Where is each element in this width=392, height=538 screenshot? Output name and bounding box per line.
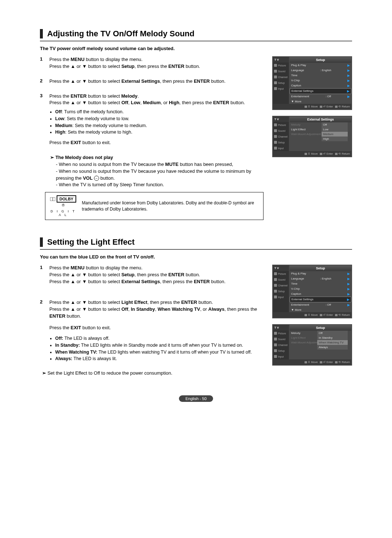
sidebar-item-sound[interactable]: Sound [273,128,289,134]
sidebar-item-setup[interactable]: Setup [273,139,289,145]
text: button to select [87,93,121,99]
osd-external-settings-menu: T V Picture Sound Channel Setup Input Ex… [272,116,352,157]
text: button. [210,78,225,84]
input-icon [274,147,277,150]
page-number: English - 50 [179,395,213,402]
melody-dropdown: Off Low Medium High [322,122,348,141]
osd-row-plugplay[interactable]: Plug & Play▶ [290,271,351,276]
sidebar-item-picture[interactable]: Picture [273,330,289,336]
text: Press the ▲ or ▼ button to select [49,78,121,84]
step-number: 2 [40,78,45,85]
dropdown-option-medium[interactable]: Medium [322,132,348,136]
dropdown-option-in-standby[interactable]: In Standby [317,335,348,340]
text: Press the [49,140,71,145]
sidebar-item-channel[interactable]: Channel [273,74,289,80]
title-underline [40,249,352,250]
sidebar-item-input[interactable]: Input [273,86,289,91]
step-number: 1 [40,56,45,70]
dolby-notice: ⎕⎕ DOLBY® D I G I T A L Manufactured und… [45,192,264,220]
osd-row-vchip[interactable]: V-Chip▶ [290,78,351,83]
text: Press the ▲ or ▼ button to select [49,100,121,105]
text: , or [161,100,169,105]
text: button to exit. [81,140,111,145]
text: - When the TV is turned off by Sleep Tim… [56,182,264,188]
section-title: Setting the Light Effect [40,237,352,247]
dropdown-option-always[interactable]: Always [317,345,348,350]
dropdown-option-low[interactable]: Low [322,127,348,132]
osd-row-entertainment[interactable]: Entertainment: Off▶ [290,302,351,307]
instructions-column: 1 Press the MENU button to display the m… [40,265,264,376]
sidebar-item-picture[interactable]: Picture [273,122,289,128]
osd-footer: ⇕ Move ⏎ Enter ⟲ Return [273,312,351,318]
picture-icon [274,272,277,275]
sound-icon [274,278,277,281]
text-bold: ENTER [168,64,184,69]
list-item: When Watching TV: The LED lights when wa… [55,349,264,356]
osd-row-more[interactable]: More [290,307,351,312]
osd-row-language[interactable]: Language: English▶ [290,68,351,73]
sidebar-item-setup[interactable]: Setup [273,288,289,294]
text-bold: ENTER [71,93,87,99]
osd-header: Setup [290,57,351,63]
text: Press the ▲ or ▼ button to select [49,64,121,69]
setup-icon [274,141,277,144]
osd-column: T V Picture Sound Channel Setup Input Se… [272,265,352,376]
sidebar-item-sound[interactable]: Sound [273,336,289,342]
section-melody: Adjusting the TV On/Off Melody Sound The… [40,29,352,220]
text: . [138,93,139,99]
step-2: 2 Press the ▲ or ▼ button to select Ligh… [40,299,264,362]
osd-row-entertainment[interactable]: Entertainment: Off▶ [290,94,351,99]
osd-row-more[interactable]: More [290,99,351,104]
dropdown-option-off[interactable]: Off [322,122,348,127]
dropdown-option-when-watching-tv[interactable]: When Watching TV [317,340,348,345]
sidebar-item-sound[interactable]: Sound [273,277,289,282]
text-bold: EXIT [71,140,81,145]
sidebar-item-setup[interactable]: Setup [273,80,289,86]
osd-row-time[interactable]: Time▶ [290,281,351,286]
setup-icon [274,290,277,293]
osd-row-vchip[interactable]: V-Chip▶ [290,286,351,292]
step-number: 2 [40,299,45,362]
osd-row-caption[interactable]: Caption▶ [290,83,351,88]
osd-row-external-settings[interactable]: External Settings▶ [290,297,351,302]
osd-row-plugplay[interactable]: Plug & Play▶ [290,63,351,68]
sound-icon [274,129,277,132]
osd-row-caption[interactable]: Caption▶ [290,292,351,297]
dropdown-option-high[interactable]: High [322,136,348,141]
sidebar-item-input[interactable]: Input [273,145,289,151]
list-item: Always: The LED is always lit. [55,355,264,362]
list-item: Off: The LED is always off. [55,335,264,342]
text-bold: External Settings [121,78,160,84]
list-item: Off: Turns off the melody function. [55,109,264,115]
osd-row-language[interactable]: Language: English▶ [290,276,351,281]
sidebar-item-sound[interactable]: Sound [273,68,289,74]
setup-icon [274,349,277,352]
osd-tv-label: T V [273,117,289,122]
sidebar-item-picture[interactable]: Picture [273,271,289,277]
sidebar-item-channel[interactable]: Channel [273,342,289,348]
section-intro: The TV power on/off melody sound volume … [40,46,352,51]
osd-tv-label: T V [273,57,289,62]
sidebar-item-channel[interactable]: Channel [273,134,289,139]
sound-icon [274,338,277,341]
input-icon [274,355,277,358]
osd-tv-label: T V [273,325,289,330]
step-number: 3 [40,93,45,147]
sidebar-item-input[interactable]: Input [273,354,289,359]
text-bold: Off [121,100,128,105]
sidebar-item-setup[interactable]: Setup [273,348,289,354]
sidebar-item-channel[interactable]: Channel [273,282,289,288]
osd-row-external-settings[interactable]: External Settings▶ [290,88,351,94]
dropdown-option-off[interactable]: Off [317,331,348,335]
sidebar-item-input[interactable]: Input [273,294,289,300]
step-1: 1 Press the MENU button to display the m… [40,265,264,285]
osd-tv-label: T V [273,265,289,271]
osd-row-time[interactable]: Time▶ [290,73,351,78]
text-bold: MUTE [165,162,179,167]
input-icon [274,87,277,90]
setup-icon [274,81,277,84]
vol-minus-icon: – [94,176,99,181]
text-bold: MENU [71,57,85,62]
step-3: 3 Press the ENTER button to select Melod… [40,93,264,147]
sidebar-item-picture[interactable]: Picture [273,62,289,68]
